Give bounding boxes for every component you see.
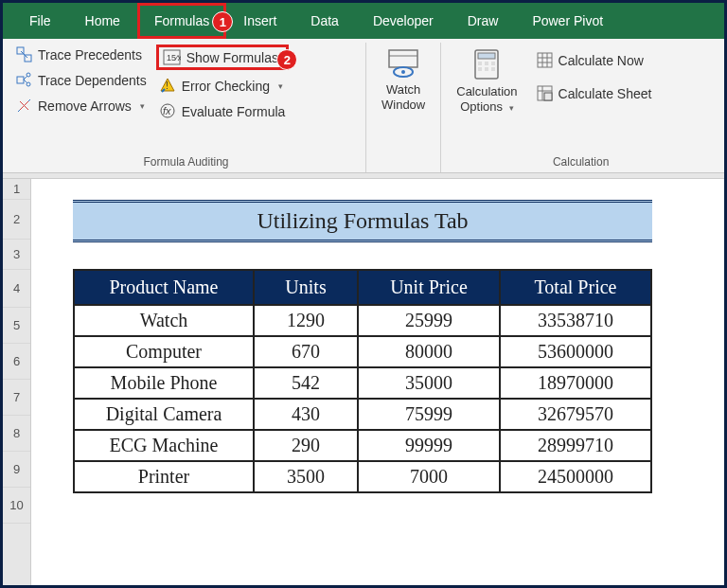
th-units[interactable]: Units <box>254 270 358 305</box>
row-header[interactable]: 9 <box>3 452 30 488</box>
svg-text:15⁄x: 15⁄x <box>167 53 181 62</box>
evaluate-formula-label: Evaluate Formula <box>182 104 286 119</box>
page-title: Utilizing Formulas Tab <box>73 200 652 242</box>
svg-text:fx: fx <box>163 105 171 116</box>
remove-arrows-button[interactable]: Remove Arrows ▾ <box>12 96 151 116</box>
cell-total[interactable]: 28999710 <box>500 430 651 461</box>
cell-total[interactable]: 24500000 <box>500 461 651 492</box>
tab-data[interactable]: Data <box>293 3 356 39</box>
th-unitprice[interactable]: Unit Price <box>358 270 500 305</box>
trace-precedents-button[interactable]: Trace Precedents <box>12 45 151 64</box>
trace-precedents-label: Trace Precedents <box>38 47 142 62</box>
cell-units[interactable]: 430 <box>254 399 358 430</box>
calculate-sheet-icon <box>537 85 553 101</box>
svg-rect-37 <box>544 93 552 100</box>
tab-powerpivot[interactable]: Power Pivot <box>515 3 620 39</box>
cell-unitprice[interactable]: 25999 <box>358 305 500 336</box>
row-header[interactable]: 10 <box>3 488 30 524</box>
trace-dependents-label: Trace Dependents <box>38 73 147 88</box>
table-row: Mobile Phone5423500018970000 <box>74 367 651 399</box>
row-header[interactable]: 8 <box>3 416 30 452</box>
calculate-now-icon <box>537 52 553 68</box>
row-header[interactable]: 4 <box>3 270 30 308</box>
row-header[interactable]: 2 <box>3 200 30 240</box>
tab-insert[interactable]: Insert <box>226 3 293 39</box>
table-row: Printer3500700024500000 <box>74 461 651 492</box>
cell-units[interactable]: 542 <box>254 367 358 399</box>
calculate-now-button[interactable]: Calculate Now <box>533 50 656 70</box>
evaluate-formula-button[interactable]: fx Evaluate Formula <box>156 101 290 121</box>
table-row: Digital Camera4307599932679570 <box>74 399 651 430</box>
tab-strip: File Home Formulas 1 Insert Data Develop… <box>3 3 724 39</box>
svg-rect-28 <box>491 67 495 71</box>
remove-arrows-icon <box>16 98 32 114</box>
show-formulas-button[interactable]: 15⁄x Show Formulas 2 <box>156 45 290 70</box>
callout-2: 2 <box>276 49 297 70</box>
cell-product[interactable]: Printer <box>74 461 254 492</box>
watch-window-icon <box>387 48 419 79</box>
cell-product[interactable]: ECG Machine <box>74 430 254 461</box>
cell-product[interactable]: Watch <box>74 305 254 336</box>
cell-units[interactable]: 290 <box>254 430 358 461</box>
cell-unitprice[interactable]: 7000 <box>358 461 500 492</box>
group-calculation-label: Calculation <box>447 153 715 172</box>
sheet-area: 1 2 3 4 5 6 7 8 9 10 Utilizing Formulas … <box>3 179 724 588</box>
svg-text:!: ! <box>166 80 168 91</box>
group-formula-auditing: Trace Precedents Trace Dependents Remove… <box>7 43 366 172</box>
trace-dependents-button[interactable]: Trace Dependents <box>12 70 151 90</box>
th-product[interactable]: Product Name <box>74 270 254 305</box>
svg-rect-25 <box>491 62 495 65</box>
table-row: Computer6708000053600000 <box>74 336 651 367</box>
chevron-down-icon: ▾ <box>140 101 145 111</box>
svg-point-20 <box>401 70 405 74</box>
svg-rect-24 <box>485 62 488 65</box>
table-row: Watch12902599933538710 <box>74 305 651 336</box>
row-header[interactable]: 3 <box>3 240 30 270</box>
ribbon: Trace Precedents Trace Dependents Remove… <box>3 39 724 173</box>
cell-total[interactable]: 53600000 <box>500 336 651 367</box>
cell-total[interactable]: 18970000 <box>500 367 651 399</box>
row-header[interactable]: 6 <box>3 344 30 380</box>
calculate-sheet-button[interactable]: Calculate Sheet <box>533 83 656 103</box>
show-formulas-label: Show Formulas <box>186 50 278 65</box>
cell-unitprice[interactable]: 80000 <box>358 336 500 367</box>
group-calculation: CalculationOptions ▾ Calculate Now Calcu… <box>441 43 720 172</box>
svg-rect-23 <box>478 62 482 65</box>
tab-developer[interactable]: Developer <box>356 3 451 39</box>
show-formulas-icon: 15⁄x <box>163 49 181 65</box>
svg-rect-29 <box>538 53 552 67</box>
cell-unitprice[interactable]: 99999 <box>358 430 500 461</box>
cell-unitprice[interactable]: 35000 <box>358 367 500 399</box>
row-header[interactable]: 7 <box>3 380 30 416</box>
cell-units[interactable]: 1290 <box>254 305 358 336</box>
svg-line-7 <box>24 80 27 83</box>
cell-total[interactable]: 33538710 <box>500 305 651 336</box>
error-checking-label: Error Checking <box>182 79 270 94</box>
watch-window-button[interactable]: WatchWindow <box>372 45 434 116</box>
svg-rect-3 <box>17 77 24 83</box>
cell-product[interactable]: Computer <box>74 336 254 367</box>
row-header[interactable]: 5 <box>3 308 30 344</box>
cell-product[interactable]: Digital Camera <box>74 399 254 430</box>
calculator-icon <box>472 48 501 80</box>
tab-draw[interactable]: Draw <box>451 3 516 39</box>
remove-arrows-label: Remove Arrows <box>38 98 132 114</box>
calculation-options-button[interactable]: CalculationOptions ▾ <box>447 45 526 117</box>
error-checking-icon: ! <box>160 78 176 94</box>
cell-units[interactable]: 3500 <box>254 461 358 492</box>
svg-rect-26 <box>478 67 482 71</box>
tab-formulas[interactable]: Formulas 1 <box>137 3 226 39</box>
error-checking-button[interactable]: ! Error Checking ▾ <box>156 76 290 96</box>
tab-home[interactable]: Home <box>68 3 137 39</box>
cell-total[interactable]: 32679570 <box>500 399 651 430</box>
group-auditing-label: Formula Auditing <box>12 153 360 172</box>
cell-units[interactable]: 670 <box>254 336 358 367</box>
group-watch-label <box>372 153 434 172</box>
cell-unitprice[interactable]: 75999 <box>358 399 500 430</box>
row-header[interactable]: 1 <box>3 179 30 200</box>
cell-product[interactable]: Mobile Phone <box>74 367 254 399</box>
tab-formulas-label: Formulas <box>154 13 209 28</box>
worksheet-content: Utilizing Formulas Tab Product Name Unit… <box>31 179 724 588</box>
tab-file[interactable]: File <box>12 3 68 39</box>
th-total[interactable]: Total Price <box>500 270 651 305</box>
